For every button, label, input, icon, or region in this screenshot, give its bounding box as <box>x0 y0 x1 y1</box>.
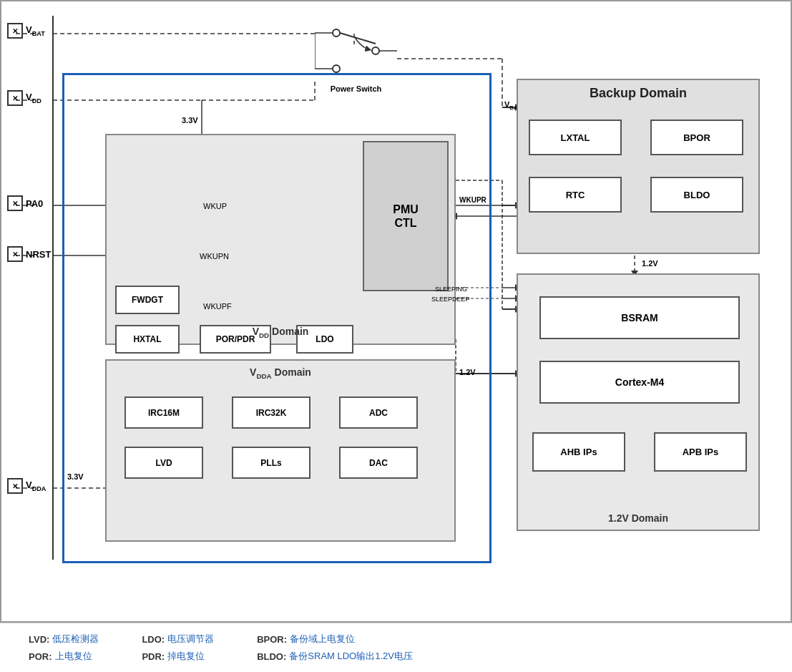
backup-domain-box: Backup Domain LXTAL BPOR RTC BLDO <box>517 79 760 254</box>
v12-label: 1.2V <box>459 368 476 376</box>
legend-col-2: LDO: 电压调节器 PDR: 掉电复位 <box>142 633 214 663</box>
cortex-m4-label: Cortex-M4 <box>615 376 664 388</box>
legend-lvd: LVD: 低压检测器 <box>29 633 99 646</box>
wkupr-label: WKUPR <box>459 196 487 204</box>
pdr-legend-label: PDR: <box>142 651 165 662</box>
por-legend-label: POR: <box>29 651 52 662</box>
bpor-label: BPOR <box>683 132 710 143</box>
lvd-box: LVD <box>124 447 203 479</box>
sleepdeep-label: SLEEPDEEP <box>431 296 470 303</box>
pmu-ctl-box: PMUCTL <box>363 141 449 291</box>
plls-label: PLLs <box>260 458 281 468</box>
v12-domain-label: 1.2V Domain <box>518 512 758 524</box>
vdda-label: VDDA <box>7 478 46 494</box>
adc-box: ADC <box>339 396 418 429</box>
backup-domain-title: Backup Domain <box>518 86 758 101</box>
dac-label: DAC <box>369 458 388 468</box>
vdd-domain-label: VDD Domain <box>107 326 454 339</box>
svg-point-52 <box>333 65 340 72</box>
diagram-container: VBAT VDD PA0 NRST VDDA 3.3V <box>0 0 792 623</box>
rtc-label: RTC <box>566 190 585 200</box>
vdda-text: VDDA <box>26 479 46 492</box>
bldo-v12-label: 1.2V <box>642 259 658 268</box>
irc32k-box: IRC32K <box>232 396 311 429</box>
vbat-text: VBAT <box>26 24 45 37</box>
bldo-label: BLDO <box>684 190 710 200</box>
lxtal-box: LXTAL <box>529 120 622 155</box>
irc32k-label: IRC32K <box>256 408 287 418</box>
legend-bpor: BPOR: 备份域上电复位 <box>257 633 413 646</box>
adc-label: ADC <box>369 408 388 418</box>
legend-bldo: BLDO: 备份SRAM LDO输出1.2V电压 <box>257 650 413 663</box>
bpor-box: BPOR <box>650 120 743 155</box>
irc16m-box: IRC16M <box>124 396 203 429</box>
pa0-text: PA0 <box>26 198 43 209</box>
lvd-legend-label: LVD: <box>29 634 49 645</box>
ahb-ips-box: AHB IPs <box>532 432 625 472</box>
legend-por: POR: 上电复位 <box>29 650 99 663</box>
bsram-box: BSRAM <box>539 296 740 339</box>
legend-col-1: LVD: 低压检测器 POR: 上电复位 <box>29 633 99 663</box>
legend-ldo: LDO: 电压调节器 <box>142 633 214 646</box>
rtc-box: RTC <box>529 177 622 213</box>
vdda-xbox <box>7 478 23 494</box>
bpor-legend-desc: 备份域上电复位 <box>290 633 355 646</box>
bldo-box: BLDO <box>650 177 743 213</box>
ldo-legend-label: LDO: <box>142 634 165 645</box>
irc16m-label: IRC16M <box>148 408 180 418</box>
vdd-label: VDD <box>7 90 41 106</box>
dac-box: DAC <box>339 447 418 479</box>
wkupf-label: WKUPF <box>203 302 232 311</box>
bpor-legend-label: BPOR: <box>257 634 287 645</box>
svg-point-51 <box>333 29 340 36</box>
vdda-domain-box: VDDA Domain IRC16M IRC32K ADC LVD PLLs D… <box>105 359 456 542</box>
bldo-legend-label: BLDO: <box>257 651 286 662</box>
vdd-text: VDD <box>26 92 41 104</box>
ldo-legend-desc: 电压调节器 <box>167 633 214 646</box>
ahb-ips-label: AHB IPs <box>560 447 597 457</box>
lxtal-label: LXTAL <box>561 132 590 143</box>
vdd-xbox <box>7 90 23 106</box>
cortex-m4-box: Cortex-M4 <box>539 361 740 404</box>
apb-ips-label: APB IPs <box>683 447 719 457</box>
vbat-xbox <box>7 23 23 39</box>
pdr-legend-desc: 掉电复位 <box>167 650 205 663</box>
legend-pdr: PDR: 掉电复位 <box>142 650 214 663</box>
legend: LVD: 低压检测器 POR: 上电复位 LDO: 电压调节器 PDR: 掉电复… <box>0 623 792 672</box>
nrst-xbox <box>7 246 23 262</box>
bsram-label: BSRAM <box>621 312 657 323</box>
nrst-label: NRST <box>7 246 51 262</box>
vdda-domain-label: VDDA Domain <box>107 366 454 380</box>
apb-ips-box: APB IPs <box>654 432 747 472</box>
plls-box: PLLs <box>232 447 311 479</box>
por-legend-desc: 上电复位 <box>55 650 92 663</box>
lvd-label: LVD <box>155 458 172 468</box>
pa0-label: PA0 <box>7 195 43 211</box>
fwdgt-box: FWDGT <box>115 286 180 314</box>
pa0-xbox <box>7 195 23 211</box>
nrst-text: NRST <box>26 249 51 260</box>
pmu-ctl-label: PMUCTL <box>393 203 419 230</box>
vbat-label: VBAT <box>7 23 45 39</box>
bldo-legend-desc: 备份SRAM LDO输出1.2V电压 <box>289 650 413 663</box>
vdd-domain-box: PMUCTL WKUP WKUPN WKUPF FWDGT HXTAL POR/… <box>105 134 456 345</box>
lvd-legend-desc: 低压检测器 <box>52 633 99 646</box>
fwdgt-label: FWDGT <box>132 295 163 305</box>
v12-domain-box: 1.2V Domain BSRAM Cortex-M4 AHB IPs APB … <box>517 273 760 531</box>
sleeping-label: SLEEPING <box>435 286 467 293</box>
wkupn-label: WKUPN <box>200 252 229 260</box>
wkup-label: WKUP <box>203 202 227 210</box>
svg-point-54 <box>372 47 379 54</box>
legend-col-3: BPOR: 备份域上电复位 BLDO: 备份SRAM LDO输出1.2V电压 <box>257 633 413 663</box>
